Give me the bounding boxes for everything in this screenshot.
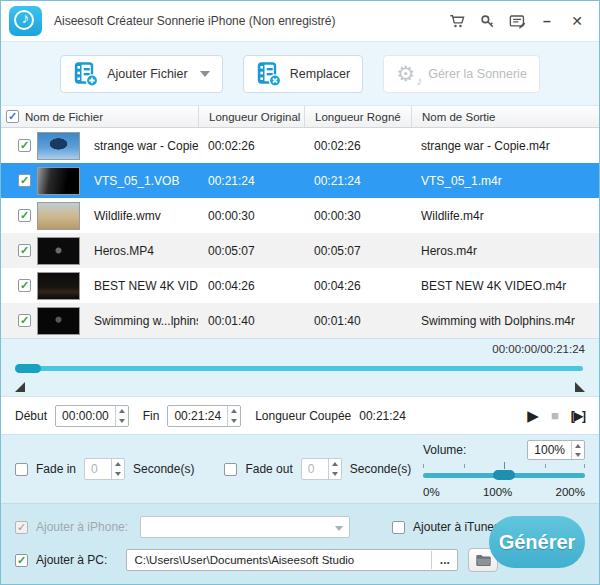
progress-track[interactable] (17, 366, 583, 371)
add-to-pc-label: Ajouter à PC: (36, 553, 107, 567)
volume-scale-min: 0% (423, 486, 440, 498)
time-display: 00:00:00/00:21:24 (15, 343, 585, 359)
cut-length-label: Longueur Coupée (255, 409, 351, 423)
end-spin-up[interactable] (228, 406, 240, 416)
window-title: Aiseesoft Créateur Sonnerie iPhone (Non … (54, 14, 447, 28)
table-row[interactable]: ✓ Swimming w...lphins.MP4 00:01:40 00:01… (1, 303, 599, 338)
minimize-button[interactable]: – (537, 11, 557, 31)
play-button[interactable]: ▶ (527, 408, 539, 423)
volume-spin-up[interactable] (572, 441, 584, 450)
add-to-itunes-checkbox[interactable]: ✓ (392, 521, 405, 534)
volume-scale-max: 200% (556, 486, 585, 498)
video-thumbnail (37, 307, 80, 335)
select-caret-icon (335, 526, 343, 531)
progress-thumb[interactable] (15, 364, 41, 373)
end-spin-down[interactable] (228, 416, 240, 426)
replace-button[interactable]: Remplacer (243, 55, 363, 93)
app-logo-icon: ♪ (9, 6, 42, 36)
row-checkbox[interactable]: ✓ (18, 174, 31, 187)
trimmed-length-cell: 00:02:26 (304, 139, 411, 153)
video-thumbnail (37, 272, 80, 300)
start-spin-down[interactable] (116, 416, 128, 426)
table-row[interactable]: ✓ Wildlife.wmv 00:00:30 00:00:30 Wildlif… (1, 198, 599, 233)
col-output-name[interactable]: Nom de Sortie (411, 106, 599, 127)
trim-controls-row: Début 00:00:00 Fin 00:21:24 Longueur Cou… (1, 396, 599, 434)
row-checkbox[interactable]: ✓ (18, 139, 31, 152)
original-length-cell: 00:21:24 (198, 174, 304, 188)
file-name-cell: Heros.MP4 (87, 244, 198, 258)
trim-end-marker[interactable] (575, 382, 585, 392)
table-header: ✓ Nom de Fichier Longueur Original Longu… (1, 106, 599, 128)
start-spin-up[interactable] (116, 406, 128, 416)
row-checkbox[interactable]: ✓ (18, 209, 31, 222)
trim-start-marker[interactable] (15, 382, 25, 392)
end-time-spinner[interactable]: 00:21:24 (167, 405, 241, 427)
file-name-cell: Wildlife.wmv (87, 209, 198, 223)
volume-spinner[interactable]: 100% (527, 440, 585, 460)
output-name-cell: Heros.m4r (411, 244, 599, 258)
original-length-cell: 00:04:26 (198, 279, 304, 293)
volume-ticks (423, 462, 585, 469)
manage-ringtone-button: ⚙ ♪ Gérer la Sonnerie (383, 55, 540, 93)
table-row[interactable]: ✓ Heros.MP4 00:05:07 00:05:07 Heros.m4r (1, 233, 599, 268)
iphone-device-select (140, 516, 350, 538)
app-window: ♪ Aiseesoft Créateur Sonnerie iPhone (No… (0, 0, 600, 585)
manage-ringtone-label: Gérer la Sonnerie (428, 67, 527, 81)
fade-out-spinner: 0 (301, 458, 342, 480)
video-thumbnail (37, 132, 80, 160)
add-file-button[interactable]: Ajouter Fichier (60, 55, 223, 93)
start-time-spinner[interactable]: 00:00:00 (55, 405, 129, 427)
music-note-icon: ♪ (9, 9, 42, 26)
output-name-cell: strange war - Copie.m4r (411, 139, 599, 153)
close-button[interactable]: ✕ (567, 11, 587, 31)
add-file-dropdown-caret[interactable] (200, 71, 210, 77)
table-row[interactable]: ✓ strange war - Copie.wmv 00:02:26 00:02… (1, 128, 599, 163)
stop-button: ■ (551, 409, 559, 422)
start-time-value[interactable]: 00:00:00 (56, 406, 115, 426)
col-trimmed-length[interactable]: Longueur Rogné (304, 106, 411, 127)
add-to-itunes-label: Ajouter à iTunes (413, 520, 500, 534)
key-icon[interactable] (477, 11, 497, 31)
volume-value[interactable]: 100% (528, 441, 571, 459)
original-length-cell: 00:02:26 (198, 139, 304, 153)
col-file-name[interactable]: Nom de Fichier (25, 111, 103, 123)
feedback-icon[interactable] (507, 11, 527, 31)
end-time-value[interactable]: 00:21:24 (168, 406, 227, 426)
table-row[interactable]: ✓ VTS_05_1.VOB 00:21:24 00:21:24 VTS_05_… (1, 163, 599, 198)
film-remove-icon (256, 61, 282, 87)
cart-icon[interactable] (447, 11, 467, 31)
file-name-cell: VTS_05_1.VOB (87, 174, 198, 188)
output-name-cell: BEST NEW 4K VIDEO.m4r (411, 279, 599, 293)
generate-button[interactable]: Générer (489, 516, 585, 568)
add-to-iphone-checkbox: ✓ (15, 521, 28, 534)
gear-note-icon: ⚙ ♪ (396, 62, 420, 86)
volume-box: Volume: 100% 0% 100% 200% (423, 435, 585, 503)
end-label: Fin (143, 409, 160, 423)
original-length-cell: 00:00:30 (198, 209, 304, 223)
browse-button[interactable]: ... (431, 551, 457, 569)
fade-in-spinner: 0 (84, 458, 125, 480)
select-all-checkbox[interactable]: ✓ (6, 110, 19, 123)
volume-spin-down[interactable] (572, 450, 584, 459)
col-original-length[interactable]: Longueur Original (198, 106, 304, 127)
volume-label: Volume: (423, 443, 466, 457)
preview-play-button[interactable]: [▶] (571, 410, 585, 422)
pc-path-input[interactable] (126, 549, 458, 571)
row-checkbox[interactable]: ✓ (18, 244, 31, 257)
output-name-cell: Wildlife.m4r (411, 209, 599, 223)
volume-slider[interactable] (423, 462, 585, 482)
file-name-cell: strange war - Copie.wmv (87, 139, 198, 153)
row-checkbox[interactable]: ✓ (18, 279, 31, 292)
fade-out-checkbox[interactable]: ✓ (224, 463, 237, 476)
trimmed-length-cell: 00:05:07 (304, 244, 411, 258)
video-thumbnail (37, 237, 80, 265)
volume-scale-mid: 100% (483, 486, 512, 498)
row-checkbox[interactable]: ✓ (18, 314, 31, 327)
film-add-icon (73, 61, 99, 87)
fade-in-checkbox[interactable]: ✓ (15, 463, 28, 476)
trimmed-length-cell: 00:00:30 (304, 209, 411, 223)
add-to-pc-checkbox[interactable]: ✓ (15, 554, 28, 567)
table-row[interactable]: ✓ BEST NEW 4K VIDEO.MP4 00:04:26 00:04:2… (1, 268, 599, 303)
title-bar: ♪ Aiseesoft Créateur Sonnerie iPhone (No… (1, 1, 599, 41)
volume-thumb[interactable] (493, 470, 515, 480)
